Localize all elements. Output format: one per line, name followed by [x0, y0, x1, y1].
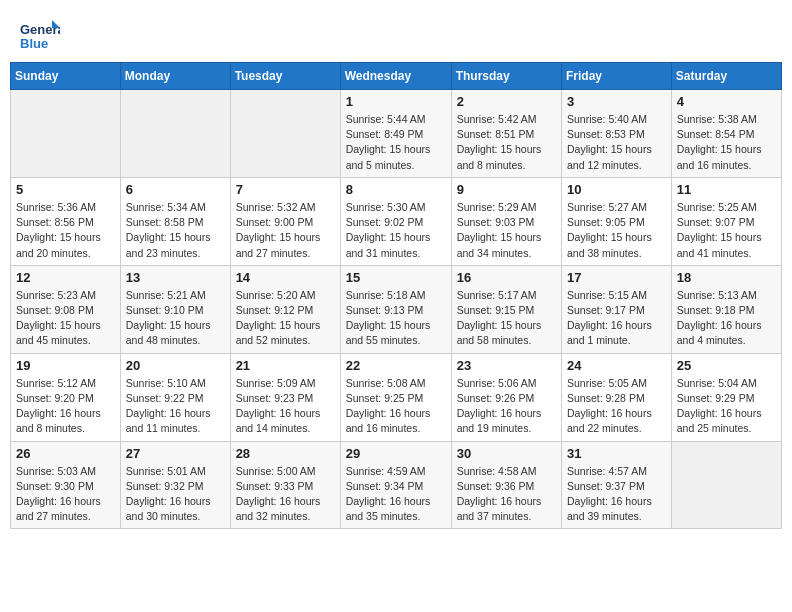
weekday-header-saturday: Saturday — [671, 63, 781, 90]
day-number: 4 — [677, 94, 776, 109]
logo-svg: General Blue — [20, 18, 60, 54]
day-number: 10 — [567, 182, 666, 197]
calendar-cell — [11, 90, 121, 178]
day-number: 30 — [457, 446, 556, 461]
day-detail: Sunrise: 5:38 AMSunset: 8:54 PMDaylight:… — [677, 112, 776, 173]
calendar-cell: 26Sunrise: 5:03 AMSunset: 9:30 PMDayligh… — [11, 441, 121, 529]
day-number: 1 — [346, 94, 446, 109]
day-detail: Sunrise: 5:13 AMSunset: 9:18 PMDaylight:… — [677, 288, 776, 349]
day-detail: Sunrise: 5:01 AMSunset: 9:32 PMDaylight:… — [126, 464, 225, 525]
day-number: 16 — [457, 270, 556, 285]
calendar-cell: 16Sunrise: 5:17 AMSunset: 9:15 PMDayligh… — [451, 265, 561, 353]
calendar-cell: 12Sunrise: 5:23 AMSunset: 9:08 PMDayligh… — [11, 265, 121, 353]
calendar-cell: 19Sunrise: 5:12 AMSunset: 9:20 PMDayligh… — [11, 353, 121, 441]
calendar-cell: 21Sunrise: 5:09 AMSunset: 9:23 PMDayligh… — [230, 353, 340, 441]
day-number: 28 — [236, 446, 335, 461]
day-number: 27 — [126, 446, 225, 461]
day-number: 3 — [567, 94, 666, 109]
day-detail: Sunrise: 5:17 AMSunset: 9:15 PMDaylight:… — [457, 288, 556, 349]
day-detail: Sunrise: 5:15 AMSunset: 9:17 PMDaylight:… — [567, 288, 666, 349]
day-number: 25 — [677, 358, 776, 373]
weekday-header-sunday: Sunday — [11, 63, 121, 90]
weekday-header-monday: Monday — [120, 63, 230, 90]
calendar-cell — [671, 441, 781, 529]
day-detail: Sunrise: 5:12 AMSunset: 9:20 PMDaylight:… — [16, 376, 115, 437]
day-detail: Sunrise: 5:20 AMSunset: 9:12 PMDaylight:… — [236, 288, 335, 349]
weekday-header-wednesday: Wednesday — [340, 63, 451, 90]
weekday-header-thursday: Thursday — [451, 63, 561, 90]
logo: General Blue — [20, 18, 60, 54]
day-number: 13 — [126, 270, 225, 285]
day-number: 18 — [677, 270, 776, 285]
day-number: 5 — [16, 182, 115, 197]
day-detail: Sunrise: 5:23 AMSunset: 9:08 PMDaylight:… — [16, 288, 115, 349]
day-detail: Sunrise: 5:36 AMSunset: 8:56 PMDaylight:… — [16, 200, 115, 261]
day-detail: Sunrise: 4:58 AMSunset: 9:36 PMDaylight:… — [457, 464, 556, 525]
day-detail: Sunrise: 5:29 AMSunset: 9:03 PMDaylight:… — [457, 200, 556, 261]
day-detail: Sunrise: 5:34 AMSunset: 8:58 PMDaylight:… — [126, 200, 225, 261]
calendar-cell: 23Sunrise: 5:06 AMSunset: 9:26 PMDayligh… — [451, 353, 561, 441]
calendar-cell: 7Sunrise: 5:32 AMSunset: 9:00 PMDaylight… — [230, 177, 340, 265]
day-detail: Sunrise: 4:59 AMSunset: 9:34 PMDaylight:… — [346, 464, 446, 525]
calendar-cell: 30Sunrise: 4:58 AMSunset: 9:36 PMDayligh… — [451, 441, 561, 529]
day-number: 22 — [346, 358, 446, 373]
day-detail: Sunrise: 5:18 AMSunset: 9:13 PMDaylight:… — [346, 288, 446, 349]
weekday-header-friday: Friday — [562, 63, 672, 90]
calendar-cell: 24Sunrise: 5:05 AMSunset: 9:28 PMDayligh… — [562, 353, 672, 441]
calendar-table: SundayMondayTuesdayWednesdayThursdayFrid… — [10, 62, 782, 529]
calendar-cell: 1Sunrise: 5:44 AMSunset: 8:49 PMDaylight… — [340, 90, 451, 178]
calendar-cell: 22Sunrise: 5:08 AMSunset: 9:25 PMDayligh… — [340, 353, 451, 441]
day-detail: Sunrise: 5:09 AMSunset: 9:23 PMDaylight:… — [236, 376, 335, 437]
calendar-cell: 6Sunrise: 5:34 AMSunset: 8:58 PMDaylight… — [120, 177, 230, 265]
day-detail: Sunrise: 5:42 AMSunset: 8:51 PMDaylight:… — [457, 112, 556, 173]
day-number: 26 — [16, 446, 115, 461]
day-number: 24 — [567, 358, 666, 373]
day-detail: Sunrise: 5:08 AMSunset: 9:25 PMDaylight:… — [346, 376, 446, 437]
day-number: 31 — [567, 446, 666, 461]
day-number: 14 — [236, 270, 335, 285]
day-detail: Sunrise: 5:25 AMSunset: 9:07 PMDaylight:… — [677, 200, 776, 261]
day-number: 2 — [457, 94, 556, 109]
day-detail: Sunrise: 5:06 AMSunset: 9:26 PMDaylight:… — [457, 376, 556, 437]
calendar-cell: 29Sunrise: 4:59 AMSunset: 9:34 PMDayligh… — [340, 441, 451, 529]
day-detail: Sunrise: 5:44 AMSunset: 8:49 PMDaylight:… — [346, 112, 446, 173]
day-detail: Sunrise: 5:03 AMSunset: 9:30 PMDaylight:… — [16, 464, 115, 525]
day-number: 21 — [236, 358, 335, 373]
calendar-cell: 4Sunrise: 5:38 AMSunset: 8:54 PMDaylight… — [671, 90, 781, 178]
calendar-cell: 3Sunrise: 5:40 AMSunset: 8:53 PMDaylight… — [562, 90, 672, 178]
calendar-cell: 15Sunrise: 5:18 AMSunset: 9:13 PMDayligh… — [340, 265, 451, 353]
day-detail: Sunrise: 5:30 AMSunset: 9:02 PMDaylight:… — [346, 200, 446, 261]
day-detail: Sunrise: 5:40 AMSunset: 8:53 PMDaylight:… — [567, 112, 666, 173]
day-number: 19 — [16, 358, 115, 373]
day-number: 9 — [457, 182, 556, 197]
calendar-cell: 14Sunrise: 5:20 AMSunset: 9:12 PMDayligh… — [230, 265, 340, 353]
day-detail: Sunrise: 5:10 AMSunset: 9:22 PMDaylight:… — [126, 376, 225, 437]
calendar-cell: 8Sunrise: 5:30 AMSunset: 9:02 PMDaylight… — [340, 177, 451, 265]
calendar-cell: 18Sunrise: 5:13 AMSunset: 9:18 PMDayligh… — [671, 265, 781, 353]
calendar-cell — [230, 90, 340, 178]
logo-icon: General Blue — [20, 18, 60, 54]
day-number: 20 — [126, 358, 225, 373]
day-detail: Sunrise: 5:21 AMSunset: 9:10 PMDaylight:… — [126, 288, 225, 349]
day-number: 6 — [126, 182, 225, 197]
calendar-cell — [120, 90, 230, 178]
calendar-cell: 9Sunrise: 5:29 AMSunset: 9:03 PMDaylight… — [451, 177, 561, 265]
day-number: 15 — [346, 270, 446, 285]
calendar-cell: 25Sunrise: 5:04 AMSunset: 9:29 PMDayligh… — [671, 353, 781, 441]
calendar-cell: 31Sunrise: 4:57 AMSunset: 9:37 PMDayligh… — [562, 441, 672, 529]
day-detail: Sunrise: 5:27 AMSunset: 9:05 PMDaylight:… — [567, 200, 666, 261]
calendar-cell: 17Sunrise: 5:15 AMSunset: 9:17 PMDayligh… — [562, 265, 672, 353]
calendar-cell: 11Sunrise: 5:25 AMSunset: 9:07 PMDayligh… — [671, 177, 781, 265]
calendar-cell: 27Sunrise: 5:01 AMSunset: 9:32 PMDayligh… — [120, 441, 230, 529]
calendar-cell: 5Sunrise: 5:36 AMSunset: 8:56 PMDaylight… — [11, 177, 121, 265]
calendar-cell: 13Sunrise: 5:21 AMSunset: 9:10 PMDayligh… — [120, 265, 230, 353]
day-detail: Sunrise: 5:05 AMSunset: 9:28 PMDaylight:… — [567, 376, 666, 437]
day-detail: Sunrise: 5:04 AMSunset: 9:29 PMDaylight:… — [677, 376, 776, 437]
day-number: 17 — [567, 270, 666, 285]
day-number: 12 — [16, 270, 115, 285]
day-detail: Sunrise: 4:57 AMSunset: 9:37 PMDaylight:… — [567, 464, 666, 525]
day-number: 8 — [346, 182, 446, 197]
day-detail: Sunrise: 5:00 AMSunset: 9:33 PMDaylight:… — [236, 464, 335, 525]
day-detail: Sunrise: 5:32 AMSunset: 9:00 PMDaylight:… — [236, 200, 335, 261]
calendar-cell: 10Sunrise: 5:27 AMSunset: 9:05 PMDayligh… — [562, 177, 672, 265]
